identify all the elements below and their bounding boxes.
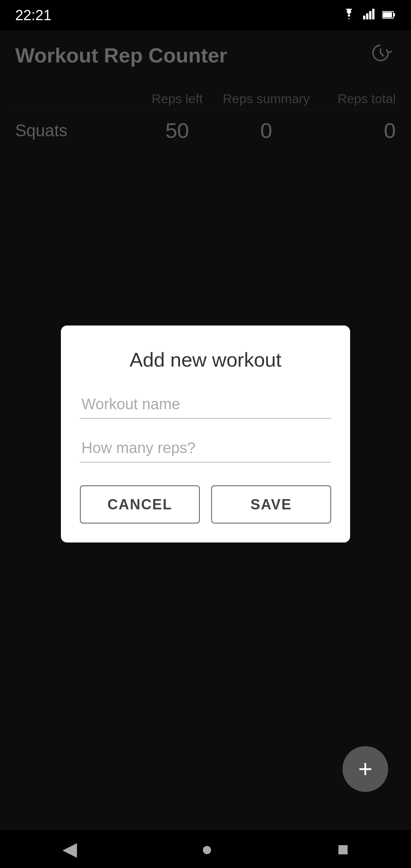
svg-rect-1	[366, 13, 368, 19]
svg-rect-0	[363, 16, 365, 19]
add-icon: +	[358, 757, 372, 781]
back-icon: ◀	[62, 838, 77, 860]
nav-bar: ◀ ● ■	[0, 830, 411, 868]
status-icons	[342, 8, 396, 22]
add-workout-dialog: Add new workout CANCEL SAVE	[61, 326, 350, 542]
svg-rect-5	[393, 13, 395, 16]
reps-input[interactable]	[80, 434, 331, 463]
svg-rect-3	[372, 9, 374, 19]
battery-icon	[382, 8, 396, 22]
recents-icon: ■	[337, 838, 349, 860]
svg-rect-2	[369, 11, 371, 19]
svg-rect-6	[383, 12, 392, 18]
dialog-buttons: CANCEL SAVE	[80, 485, 331, 523]
status-time: 22:21	[15, 7, 51, 24]
add-workout-fab[interactable]: +	[342, 746, 388, 792]
back-button[interactable]: ◀	[62, 838, 77, 860]
wifi-icon	[342, 8, 356, 22]
dialog-title: Add new workout	[80, 348, 331, 371]
home-icon: ●	[201, 838, 213, 860]
recents-button[interactable]: ■	[337, 838, 349, 860]
cancel-button[interactable]: CANCEL	[80, 485, 200, 523]
workout-name-input[interactable]	[80, 390, 331, 419]
status-bar: 22:21	[0, 0, 411, 30]
signal-icon	[363, 8, 375, 22]
home-button[interactable]: ●	[201, 838, 213, 860]
save-button[interactable]: SAVE	[211, 485, 331, 523]
